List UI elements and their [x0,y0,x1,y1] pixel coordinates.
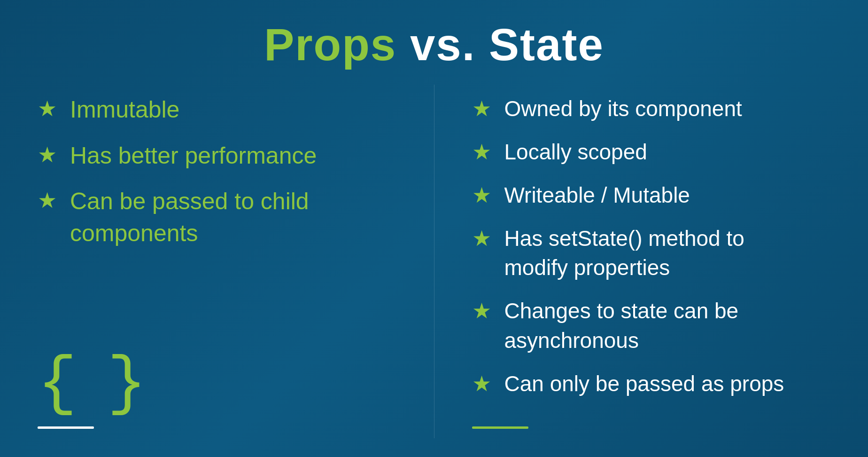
star-icon: ★ [38,141,57,169]
list-item: ★ Immutable [38,94,406,126]
list-item: ★ Has setState() method tomodify propert… [472,224,840,282]
list-item: ★ Can only be passed as props [472,369,840,398]
divider-line-green [472,426,528,429]
star-icon: ★ [38,187,57,215]
list-item: ★ Writeable / Mutable [472,181,840,210]
list-item: ★ Owned by its component [472,94,840,123]
title-area: Props vs. State [0,0,868,80]
bullet-text: Has setState() method tomodify propertie… [504,224,744,282]
state-column: ★ Owned by its component ★ Locally scope… [434,85,868,438]
list-item: ★ Locally scoped [472,137,840,166]
list-item: ★ Has better performance [38,140,406,172]
bullet-text: Immutable [70,94,179,126]
bullet-text: Locally scoped [504,137,647,166]
divider-line [38,426,94,429]
list-item: ★ Changes to state can beasynchronous [472,296,840,355]
title-props: Props [264,19,396,70]
bullet-text: Writeable / Mutable [504,181,690,210]
star-icon: ★ [472,138,491,166]
slide-title: Props vs. State [264,19,604,70]
props-column: ★ Immutable ★ Has better performance ★ C… [0,85,434,438]
braces-decoration: { } [38,351,406,417]
props-list: ★ Immutable ★ Has better performance ★ C… [38,94,406,342]
state-list: ★ Owned by its component ★ Locally scope… [472,94,840,417]
bullet-text: Can be passed to childcomponents [70,186,309,249]
bullet-text: Can only be passed as props [504,369,784,398]
star-icon: ★ [472,225,491,253]
list-item: ★ Can be passed to childcomponents [38,186,406,249]
bullet-text: Changes to state can beasynchronous [504,296,739,355]
column-bottom [472,417,840,429]
star-icon: ★ [38,95,57,123]
bullet-text: Has better performance [70,140,317,172]
content-area: ★ Immutable ★ Has better performance ★ C… [0,80,868,457]
column-bottom: { } [38,342,406,429]
title-vs-state: vs. State [410,19,604,70]
star-icon: ★ [472,370,491,398]
bullet-text: Owned by its component [504,94,742,123]
star-icon: ★ [472,297,491,325]
star-icon: ★ [472,95,491,123]
star-icon: ★ [472,181,491,210]
slide: Props vs. State ★ Immutable ★ Has better… [0,0,868,457]
